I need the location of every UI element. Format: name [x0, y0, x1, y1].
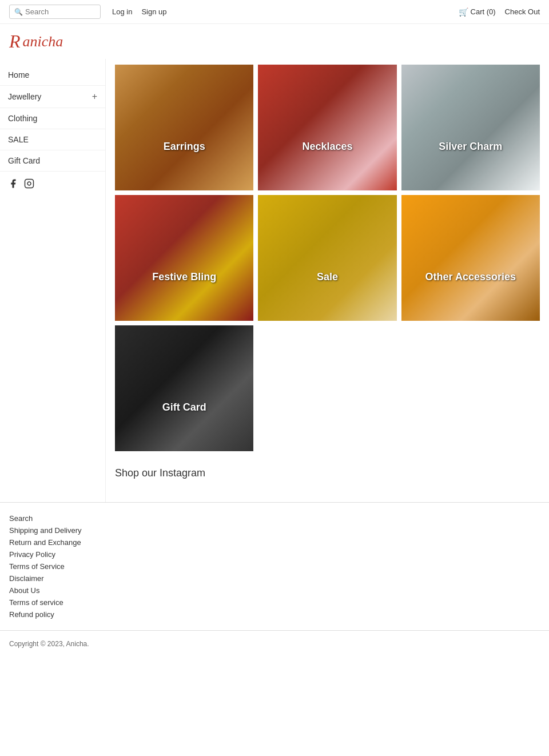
footer-link-disclaimer[interactable]: Disclaimer	[9, 574, 540, 583]
sidebar-item-gift-card-label: Gift Card	[8, 156, 40, 165]
category-label-sale: Sale	[317, 271, 338, 283]
sidebar-item-gift-card[interactable]: Gift Card	[0, 150, 105, 172]
category-grid-row1: Earrings Necklaces Silver Charm	[115, 65, 540, 190]
category-card-silver-charm[interactable]: Silver Charm	[401, 65, 540, 190]
footer-link-refund-policy[interactable]: Refund policy	[9, 610, 540, 619]
logo-area[interactable]: R anicha	[0, 24, 549, 59]
category-card-gift-card[interactable]: Gift Card	[115, 325, 253, 451]
social-links	[0, 172, 105, 198]
cart-link[interactable]: Cart (0)	[471, 7, 496, 16]
sidebar-item-clothing-label: Clothing	[8, 114, 37, 123]
category-label-necklaces: Necklaces	[302, 141, 352, 153]
category-card-necklaces[interactable]: Necklaces	[258, 65, 396, 190]
checkout-link[interactable]: Check Out	[505, 7, 540, 16]
main-content: Earrings Necklaces Silver Charm Festive …	[106, 59, 549, 502]
category-card-other-accessories[interactable]: Other Accessories	[401, 195, 540, 321]
category-card-earrings[interactable]: Earrings	[115, 65, 253, 190]
category-card-festive-bling[interactable]: Festive Bling	[115, 195, 253, 321]
site-header: 🔍 Log in Sign up 🛒 Cart (0) Check Out	[0, 0, 549, 24]
footer-link-about-us[interactable]: About Us	[9, 586, 540, 595]
footer-link-terms-service[interactable]: Terms of service	[9, 598, 540, 607]
sidebar-item-sale-label: SALE	[8, 135, 29, 144]
footer-link-shipping[interactable]: Shipping and Delivery	[9, 526, 540, 535]
main-layout: Home Jewellery + Clothing SALE Gift Card	[0, 59, 549, 502]
facebook-icon[interactable]	[8, 178, 18, 191]
logo-letter-r: R	[9, 31, 21, 52]
login-link[interactable]: Log in	[112, 7, 132, 16]
sidebar-item-sale[interactable]: SALE	[0, 129, 105, 150]
category-label-earrings: Earrings	[164, 141, 205, 153]
category-card-sale[interactable]: Sale	[258, 195, 396, 321]
category-label-festive-bling: Festive Bling	[152, 271, 216, 283]
svg-rect-0	[25, 180, 34, 188]
shop-instagram-heading: Shop our Instagram	[115, 456, 540, 496]
footer-link-privacy[interactable]: Privacy Policy	[9, 550, 540, 559]
category-grid-row2: Festive Bling Sale Other Accessories	[115, 195, 540, 321]
footer-link-search[interactable]: Search	[9, 514, 540, 523]
sidebar-item-jewellery[interactable]: Jewellery +	[0, 86, 105, 108]
expand-jewellery-icon: +	[92, 91, 97, 102]
search-container[interactable]: 🔍	[9, 5, 101, 19]
category-grid-row3: Gift Card	[115, 325, 540, 451]
logo: R anicha	[9, 31, 540, 52]
category-label-gift-card: Gift Card	[162, 401, 206, 413]
search-input[interactable]	[25, 7, 100, 16]
footer-copyright: Copyright © 2023, Anicha.	[0, 630, 549, 657]
sidebar-item-jewellery-label: Jewellery	[8, 92, 41, 101]
category-label-other-accessories: Other Accessories	[425, 271, 516, 283]
instagram-icon[interactable]	[24, 178, 34, 191]
footer-link-terms-of-service[interactable]: Terms of Service	[9, 562, 540, 571]
sidebar-item-clothing[interactable]: Clothing	[0, 108, 105, 129]
header-nav: Log in Sign up	[112, 7, 167, 16]
category-label-silver-charm: Silver Charm	[439, 141, 502, 153]
signup-link[interactable]: Sign up	[141, 7, 166, 16]
header-right: 🛒 Cart (0) Check Out	[459, 7, 540, 17]
cart-container[interactable]: 🛒 Cart (0)	[459, 7, 496, 17]
footer-links: Search Shipping and Delivery Return and …	[0, 503, 549, 630]
logo-name: anicha	[23, 33, 63, 50]
sidebar-item-home-label: Home	[8, 70, 29, 79]
sidebar-item-home[interactable]: Home	[0, 65, 105, 86]
sidebar: Home Jewellery + Clothing SALE Gift Card	[0, 59, 106, 502]
search-icon: 🔍	[14, 8, 23, 16]
cart-icon: 🛒	[459, 7, 468, 17]
footer-link-return[interactable]: Return and Exchange	[9, 538, 540, 547]
